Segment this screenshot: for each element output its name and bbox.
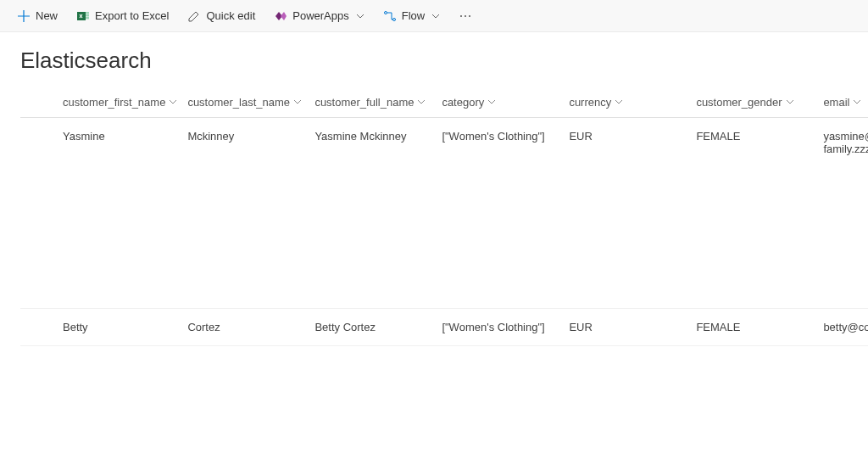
list-view: customer_first_name customer_last_name c… [0,87,868,346]
column-label: currency [569,96,611,109]
chevron-down-icon [417,96,426,109]
powerapps-icon [274,9,287,23]
column-label: category [442,96,484,109]
column-header-currency[interactable]: currency [569,87,696,118]
column-header-last-name[interactable]: customer_last_name [187,87,314,118]
column-header-gender[interactable]: customer_gender [696,87,823,118]
column-header-category[interactable]: category [442,87,569,118]
powerapps-button[interactable]: PowerApps [265,6,372,26]
column-label: customer_full_name [314,96,414,109]
command-bar: New Export to Excel Quick edit PowerApps [0,0,868,32]
cell-currency: EUR [569,118,696,309]
chevron-down-icon [169,96,177,109]
ellipsis-icon [459,9,472,23]
cell-category: ["Women's Clothing"] [442,118,569,309]
flow-label: Flow [402,9,425,22]
svg-point-6 [460,15,462,17]
column-label: customer_last_name [187,96,290,109]
chevron-down-icon [615,96,623,109]
excel-icon [76,9,90,23]
header-row: customer_first_name customer_last_name c… [20,87,868,118]
table-row[interactable]: Betty Cortez Betty Cortez ["Women's Clot… [20,309,868,346]
pencil-icon [187,9,201,23]
cell-gender: FEMALE [696,309,823,346]
column-label: email [823,96,849,109]
chevron-down-icon [487,96,496,109]
column-label: customer_first_name [63,96,165,109]
column-label: customer_gender [696,96,782,109]
new-button[interactable]: New [8,6,66,26]
export-label: Export to Excel [95,9,169,22]
flow-icon [383,9,397,23]
cell-first-name: Betty [20,309,187,346]
plus-icon [17,9,31,23]
cell-category: ["Women's Clothing"] [442,309,569,346]
new-label: New [36,9,58,22]
cell-currency: EUR [569,309,696,346]
chevron-down-icon [293,96,302,109]
page-title: Elasticsearch [0,32,868,87]
svg-rect-3 [86,17,89,20]
cell-last-name: Cortez [187,309,314,346]
column-header-full-name[interactable]: customer_full_name [314,87,442,118]
chevron-down-icon [431,12,440,20]
svg-point-5 [392,18,395,20]
svg-rect-1 [86,12,89,14]
quick-edit-button[interactable]: Quick edit [179,6,264,26]
column-header-email[interactable]: email [823,87,868,118]
svg-rect-2 [86,14,89,17]
column-header-first-name[interactable]: customer_first_name [20,87,187,118]
export-excel-button[interactable]: Export to Excel [68,6,177,26]
table-row[interactable]: Yasmine Mckinney Yasmine Mckinney ["Wome… [20,118,868,309]
flow-button[interactable]: Flow [375,6,448,26]
chevron-down-icon [853,96,861,109]
quick-edit-label: Quick edit [206,9,255,22]
cell-email: yasmine@ family.zzz [823,118,868,309]
powerapps-label: PowerApps [292,9,348,22]
data-table: customer_first_name customer_last_name c… [20,87,868,346]
cell-full-name: Betty Cortez [314,309,442,346]
chevron-down-icon [786,96,794,109]
cell-last-name: Mckinney [187,118,314,309]
cell-full-name: Yasmine Mckinney [314,118,442,309]
overflow-button[interactable] [450,6,481,26]
svg-point-8 [469,15,470,17]
cell-gender: FEMALE [696,118,823,309]
svg-point-4 [384,11,387,14]
cell-email: betty@co [823,309,868,346]
cell-first-name: Yasmine [20,118,187,309]
svg-point-7 [465,15,466,17]
chevron-down-icon [356,12,364,20]
